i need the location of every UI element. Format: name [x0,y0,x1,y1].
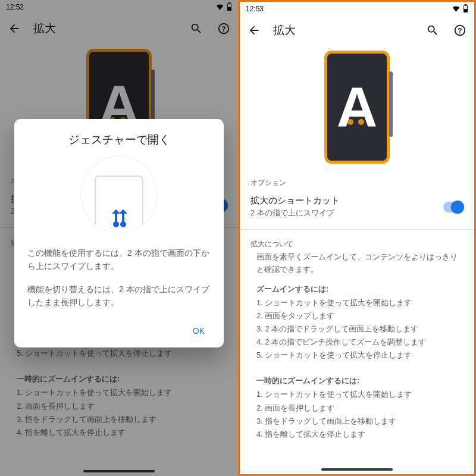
dialog-body: この機能を使用するには、2 本の指で画面の下から上にスワイプします。 機能を切り… [27,246,211,309]
list-item: 3. 2 本の指でドラッグして画面上を移動します [256,322,458,335]
list-item: 5. ショートカットを使って拡大を停止します [256,349,458,361]
options-section-label: オプション [240,174,474,189]
dialog-illustration [80,156,158,233]
list-item: 2. 画面を長押しします [256,402,458,414]
list-item: 3. 指をドラッグして画面上を移動します [256,415,458,427]
dialog-ok-button[interactable]: OK [187,322,211,339]
swipe-arrow-icon [122,210,124,224]
about-body: 画面を素早くズームインして、コンテンツをよりはっきりと確認できます。 ズームイン… [240,250,474,440]
back-icon[interactable] [246,22,262,39]
divider [240,229,474,230]
shortcut-switch[interactable] [443,202,464,212]
temp-list: 1. ショートカットを使って拡大を開始します 2. 画面を長押しします 3. 指… [256,388,458,440]
list-item: 4. 2 本の指でピンチ操作してズームを調整します [256,336,458,348]
app-bar: 拡大 ? [240,16,474,45]
hero-illustration: A [240,45,474,174]
dialog-title: ジェスチャーで開く [27,132,211,148]
shortcut-title: 拡大のショートカット [250,195,443,206]
shortcut-subtitle: 2 本の指で上にスワイプ [250,208,443,218]
zoomin-list: 1. ショートカットを使って拡大を開始します 2. 画面をタップします 3. 2… [256,296,458,361]
right-screenshot: 12:53 拡大 ? A オプション 拡大のショートカット 2 本の指で上にスワ… [238,0,476,476]
page-title: 拡大 [273,23,414,38]
left-screenshot: 12:52 拡大 ? A オプション 拡大のショートカット 2 本の指で上にス [0,0,238,476]
battery-icon [463,4,468,14]
list-item: 4. 指を離して拡大を停止します [256,428,458,440]
list-item: 1. ショートカットを使って拡大を開始します [256,388,458,400]
shortcut-row[interactable]: 拡大のショートカット 2 本の指で上にスワイプ [240,189,474,226]
svg-text:?: ? [458,27,462,35]
temp-heading: 一時的にズームインするには: [256,374,458,387]
about-section-label: 拡大について [240,236,474,250]
list-item: 1. ショートカットを使って拡大を開始します [256,296,458,309]
help-icon[interactable]: ? [452,22,468,39]
wifi-icon [452,5,461,14]
svg-rect-6 [465,4,467,5]
svg-rect-7 [464,5,467,8]
about-intro: 画面を素早くズームインして、コンテンツをよりはっきりと確認できます。 [256,250,458,275]
zoomin-heading: ズームインするには: [256,283,458,295]
dialog-text: 機能を切り替えるには、2 本の指で上にスワイプしたまま長押しします。 [27,283,211,309]
gesture-dialog: ジェスチャーで開く この機能を使用するには、2 本の指で画面の下から上にスワイプ… [14,119,224,347]
search-icon[interactable] [424,22,441,39]
status-time: 12:53 [246,5,264,13]
list-item: 2. 画面をタップします [256,309,458,322]
dialog-text: この機能を使用するには、2 本の指で画面の下から上にスワイプします。 [27,246,211,273]
status-bar: 12:53 [240,2,474,16]
swipe-arrow-icon [115,210,117,224]
nav-handle[interactable] [321,468,393,471]
